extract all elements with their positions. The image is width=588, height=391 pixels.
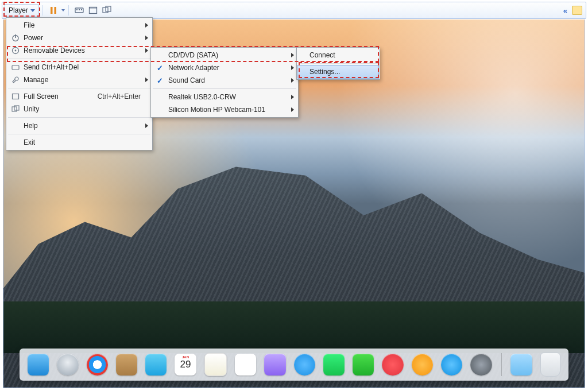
check-icon: ✓	[157, 64, 163, 72]
submenu-sound-card[interactable]: ✓ Sound Card	[152, 74, 297, 87]
menu-label: CD/DVD (SATA)	[168, 51, 218, 59]
dock-separator	[501, 353, 502, 376]
submenu-arrow-icon	[291, 53, 294, 57]
menu-label: Removable Devices	[24, 47, 85, 55]
unity-icon	[11, 104, 20, 114]
fullscreen-icon	[11, 92, 20, 101]
svg-rect-14	[12, 65, 19, 69]
svg-rect-5	[81, 9, 82, 10]
dock-preferences-icon[interactable]	[470, 354, 492, 375]
dock-launchpad-icon[interactable]	[57, 354, 78, 375]
submenu-arrow-icon	[145, 23, 148, 28]
menu-label: Full Screen	[24, 92, 59, 100]
menu-label: Sound Card	[168, 76, 205, 84]
menu-label: Settings...	[310, 68, 340, 76]
dropdown-triangle-icon	[61, 9, 65, 11]
menu-label: Exit	[24, 138, 35, 146]
menu-label: Unity	[24, 105, 39, 113]
dock-facetime-icon[interactable]	[353, 354, 374, 375]
submenu-arrow-icon	[291, 78, 294, 83]
dock-appstore-icon[interactable]	[441, 354, 462, 375]
svg-rect-15	[13, 94, 19, 99]
svg-rect-3	[76, 9, 78, 10]
unity-button[interactable]	[102, 6, 111, 15]
player-menu-button[interactable]: Player	[5, 4, 39, 17]
dock-messages-icon[interactable]	[323, 354, 345, 375]
collapse-chevron-icon[interactable]: «	[563, 6, 567, 15]
submenu-connect[interactable]: Connect	[298, 49, 378, 61]
removable-devices-submenu: CD/DVD (SATA) ✓ Network Adapter ✓ Sound …	[150, 47, 299, 118]
wrench-icon	[11, 75, 20, 84]
disc-icon	[11, 46, 20, 55]
submenu-settings[interactable]: Settings...	[297, 65, 379, 79]
calendar-day: 29	[180, 359, 191, 369]
menu-manage[interactable]: Manage	[7, 73, 151, 86]
notes-icon[interactable]	[572, 6, 582, 15]
menu-separator	[299, 63, 378, 64]
submenu-webcam[interactable]: Silicon Motion HP Webcam-101	[152, 103, 297, 116]
wallpaper-foreground	[3, 301, 585, 353]
menu-send-cad[interactable]: Send Ctrl+Alt+Del	[7, 61, 151, 73]
menu-separator	[8, 88, 150, 88]
dock-contacts-icon[interactable]	[116, 354, 137, 375]
dock-downloads-icon[interactable]	[510, 354, 532, 375]
menu-label: Manage	[24, 76, 48, 84]
pause-button[interactable]	[47, 6, 65, 15]
menu-help[interactable]: Help	[7, 119, 151, 132]
menu-file[interactable]: File	[7, 19, 151, 32]
dock-pages-icon[interactable]	[264, 354, 285, 375]
toolbar-separator	[68, 5, 69, 16]
dock-safari-icon[interactable]	[87, 354, 108, 375]
submenu-realtek-usb[interactable]: Realtek USB2.0-CRW	[152, 91, 297, 103]
submenu-cddvd[interactable]: CD/DVD (SATA)	[152, 49, 297, 61]
dock-notes-icon[interactable]	[204, 353, 227, 376]
svg-point-13	[15, 50, 17, 52]
fullscreen-button[interactable]	[88, 6, 98, 15]
submenu-arrow-icon	[291, 65, 294, 70]
dock-maps-icon[interactable]	[294, 354, 315, 375]
submenu-network-adapter[interactable]: ✓ Network Adapter	[152, 61, 297, 74]
menu-separator	[8, 134, 150, 134]
player-label: Player	[9, 6, 28, 14]
player-menu: File Power Removable Devices Send Ctrl+A…	[6, 17, 153, 150]
dock-calendar-icon[interactable]: JAN 29	[175, 354, 196, 375]
dock-finder-icon[interactable]	[28, 354, 49, 375]
pause-icon	[49, 6, 58, 15]
menu-removable-devices[interactable]: Removable Devices	[7, 44, 151, 57]
check-icon: ✓	[157, 76, 163, 85]
menu-separator	[8, 59, 150, 59]
svg-rect-7	[90, 7, 97, 9]
menu-exit[interactable]: Exit	[7, 136, 151, 149]
macos-dock: JAN 29	[20, 349, 568, 381]
dock-reminders-icon[interactable]	[235, 354, 256, 375]
menu-label: Power	[24, 34, 43, 42]
cddvd-submenu: Connect Settings...	[296, 47, 380, 80]
menu-label: Network Adapter	[168, 64, 219, 72]
dock-ibooks-icon[interactable]	[412, 354, 433, 375]
dock-itunes-icon[interactable]	[382, 354, 403, 375]
menu-separator	[8, 117, 150, 118]
svg-rect-4	[79, 9, 80, 10]
toolbar-right-group: «	[563, 2, 582, 18]
dock-trash-icon[interactable]	[540, 353, 560, 377]
svg-rect-0	[51, 7, 53, 14]
menu-unity[interactable]: Unity	[7, 103, 151, 115]
menu-label: Send Ctrl+Alt+Del	[24, 63, 79, 71]
power-icon	[11, 33, 20, 42]
send-cad-button[interactable]	[75, 6, 84, 15]
menu-separator	[153, 88, 296, 89]
submenu-arrow-icon	[145, 36, 148, 40]
svg-rect-1	[55, 7, 57, 14]
submenu-arrow-icon	[145, 48, 148, 53]
menu-label: Silicon Motion HP Webcam-101	[168, 106, 265, 114]
submenu-arrow-icon	[145, 78, 148, 82]
menu-power[interactable]: Power	[7, 32, 151, 44]
submenu-arrow-icon	[145, 123, 148, 128]
menu-label: Connect	[310, 51, 335, 59]
menu-shortcut: Ctrl+Alt+Enter	[80, 92, 141, 100]
dock-mail-icon[interactable]	[145, 354, 167, 375]
menu-label: File	[24, 21, 34, 29]
toolbar-separator	[42, 5, 43, 16]
submenu-arrow-icon	[291, 107, 294, 112]
menu-fullscreen[interactable]: Full Screen Ctrl+Alt+Enter	[7, 90, 151, 103]
